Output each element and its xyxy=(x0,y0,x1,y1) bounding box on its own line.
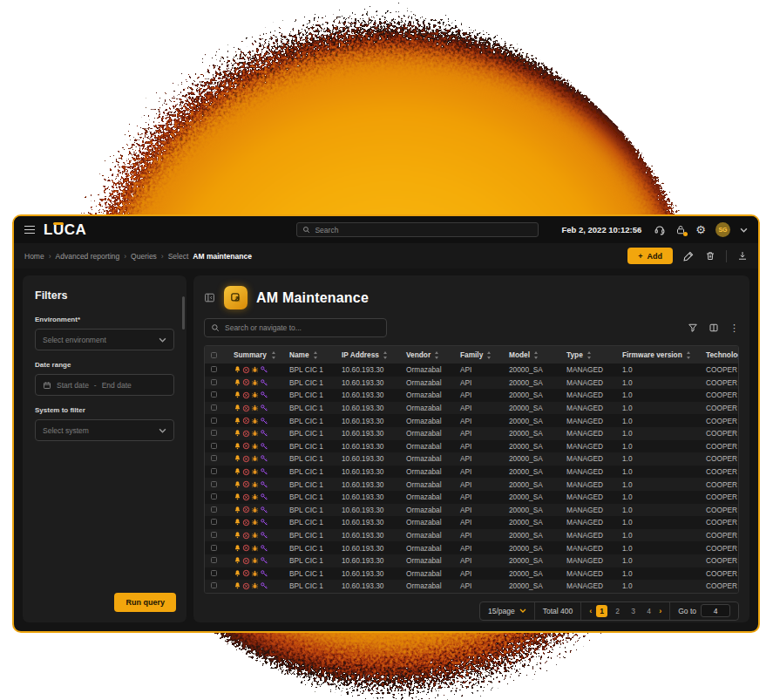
table-row[interactable]: BPL CIC 1 10.60.193.30 Ormazabal API 200… xyxy=(205,414,738,427)
row-checkbox[interactable] xyxy=(211,430,217,436)
bell-icon[interactable] xyxy=(234,442,241,451)
bell-icon[interactable] xyxy=(234,429,241,438)
delete-button[interactable] xyxy=(705,250,715,262)
table-row[interactable]: BPL CIC 1 10.60.193.30 Ormazabal API 200… xyxy=(205,516,738,529)
bug-icon[interactable] xyxy=(251,506,259,514)
column-header-ip[interactable]: IP Address xyxy=(336,350,400,359)
lock-notification-icon[interactable] xyxy=(675,224,686,235)
next-page-button[interactable]: › xyxy=(659,607,661,615)
column-header-firmware[interactable]: Firmware version xyxy=(616,350,700,359)
key-icon[interactable] xyxy=(260,391,268,399)
bell-icon[interactable] xyxy=(234,480,241,489)
bell-icon[interactable] xyxy=(234,506,241,514)
bug-icon[interactable] xyxy=(251,442,259,451)
page-button-3[interactable]: 3 xyxy=(627,607,639,615)
alert-circle-icon[interactable] xyxy=(242,391,250,399)
bug-icon[interactable] xyxy=(251,480,259,489)
row-checkbox[interactable] xyxy=(211,557,217,563)
system-select[interactable]: Select system xyxy=(35,419,174,441)
table-row[interactable]: BPL CIC 1 10.60.193.30 Ormazabal API 200… xyxy=(205,452,738,466)
global-search[interactable] xyxy=(296,222,539,237)
alert-circle-icon[interactable] xyxy=(242,544,250,552)
bug-icon[interactable] xyxy=(251,365,259,374)
key-icon[interactable] xyxy=(260,531,268,540)
collapse-panel-icon[interactable] xyxy=(204,292,215,303)
bell-icon[interactable] xyxy=(234,467,241,476)
key-icon[interactable] xyxy=(260,378,268,387)
table-search-input[interactable] xyxy=(225,323,380,332)
bell-icon[interactable] xyxy=(234,493,241,501)
key-icon[interactable] xyxy=(260,467,268,476)
bug-icon[interactable] xyxy=(251,493,259,501)
sort-icon[interactable] xyxy=(533,351,539,359)
bell-icon[interactable] xyxy=(234,581,241,590)
breadcrumb-home[interactable]: Home xyxy=(24,252,44,261)
settings-gear-icon[interactable]: ⚙ xyxy=(695,224,706,235)
sort-icon[interactable] xyxy=(686,351,692,359)
page-button-4[interactable]: 4 xyxy=(643,607,654,615)
prev-page-button[interactable]: ‹ xyxy=(589,607,592,615)
page-button-2[interactable]: 2 xyxy=(612,607,623,615)
breadcrumb-queries[interactable]: Queries xyxy=(131,252,157,261)
row-checkbox[interactable] xyxy=(211,545,217,551)
bug-icon[interactable] xyxy=(251,417,259,425)
key-icon[interactable] xyxy=(260,417,268,425)
bell-icon[interactable] xyxy=(234,556,241,565)
table-row[interactable]: BPL CIC 1 10.60.193.30 Ormazabal API 200… xyxy=(205,554,738,567)
bug-icon[interactable] xyxy=(251,404,259,412)
goto-page-input[interactable] xyxy=(701,604,730,617)
add-button[interactable]: +Add xyxy=(627,248,673,264)
table-row[interactable]: BPL CIC 1 10.60.193.30 Ormazabal API 200… xyxy=(205,478,738,491)
bell-icon[interactable] xyxy=(234,569,241,578)
more-options-icon[interactable]: ⋮ xyxy=(729,323,739,333)
run-query-button[interactable]: Run query xyxy=(114,593,176,612)
row-checkbox[interactable] xyxy=(211,493,217,500)
key-icon[interactable] xyxy=(260,454,268,463)
row-checkbox[interactable] xyxy=(211,404,217,411)
bug-icon[interactable] xyxy=(251,454,259,463)
row-checkbox[interactable] xyxy=(211,506,217,513)
alert-circle-icon[interactable] xyxy=(242,582,250,590)
alert-circle-icon[interactable] xyxy=(242,557,250,565)
breadcrumb-select[interactable]: Select xyxy=(168,252,189,261)
bug-icon[interactable] xyxy=(251,429,259,438)
table-row[interactable]: BPL CIC 1 10.60.193.30 Ormazabal API 200… xyxy=(205,580,738,593)
key-icon[interactable] xyxy=(260,480,268,489)
table-row[interactable]: BPL CIC 1 10.60.193.30 Ormazabal API 200… xyxy=(205,504,738,517)
table-row[interactable]: BPL CIC 1 10.60.193.30 Ormazabal API 200… xyxy=(205,402,738,415)
alert-circle-icon[interactable] xyxy=(242,519,250,527)
row-checkbox[interactable] xyxy=(211,519,217,525)
alert-circle-icon[interactable] xyxy=(242,506,250,513)
column-header-model[interactable]: Model xyxy=(503,350,560,359)
sort-icon[interactable] xyxy=(313,351,319,359)
download-button[interactable] xyxy=(737,250,748,262)
sort-icon[interactable] xyxy=(486,351,492,359)
bell-icon[interactable] xyxy=(234,417,241,425)
column-header-vendor[interactable]: Vendor xyxy=(400,350,454,359)
key-icon[interactable] xyxy=(260,365,268,374)
alert-circle-icon[interactable] xyxy=(242,455,250,463)
table-row[interactable]: BPL CIC 1 10.60.193.30 Ormazabal API 200… xyxy=(205,377,738,390)
alert-circle-icon[interactable] xyxy=(242,532,250,540)
user-menu-chevron-icon[interactable] xyxy=(740,228,748,233)
bug-icon[interactable] xyxy=(251,544,259,553)
alert-circle-icon[interactable] xyxy=(242,404,250,412)
user-avatar[interactable]: SG xyxy=(715,222,730,237)
key-icon[interactable] xyxy=(260,404,268,412)
table-row[interactable]: BPL CIC 1 10.60.193.30 Ormazabal API 200… xyxy=(205,491,738,504)
sort-icon[interactable] xyxy=(587,351,593,359)
row-checkbox[interactable] xyxy=(211,418,217,424)
bug-icon[interactable] xyxy=(251,378,259,387)
table-row[interactable]: BPL CIC 1 10.60.193.30 Ormazabal API 200… xyxy=(205,529,738,542)
bell-icon[interactable] xyxy=(234,544,241,553)
table-search[interactable] xyxy=(204,318,387,337)
bell-icon[interactable] xyxy=(234,365,241,374)
key-icon[interactable] xyxy=(260,442,268,451)
filter-funnel-icon[interactable] xyxy=(688,323,698,333)
bell-icon[interactable] xyxy=(234,454,241,463)
alert-circle-icon[interactable] xyxy=(242,569,250,577)
sort-icon[interactable] xyxy=(383,351,389,359)
table-row[interactable]: BPL CIC 1 10.60.193.30 Ormazabal API 200… xyxy=(205,541,738,554)
table-row[interactable]: BPL CIC 1 10.60.193.30 Ormazabal API 200… xyxy=(205,389,738,402)
sort-icon[interactable] xyxy=(434,351,440,359)
